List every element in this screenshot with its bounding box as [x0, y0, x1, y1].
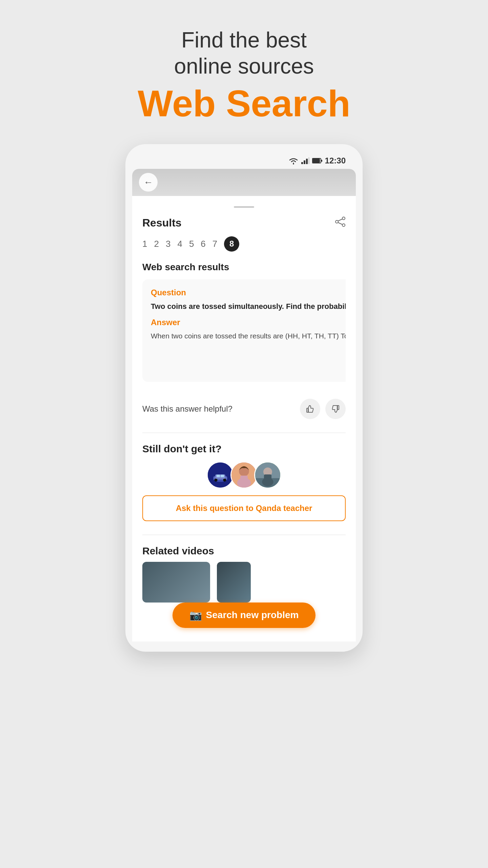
svg-rect-13 — [337, 406, 339, 410]
svg-rect-0 — [301, 162, 303, 164]
app-header: ← — [132, 169, 356, 196]
phone-content: Results 1 2 3 4 5 6 7 8 Web search — [132, 196, 356, 642]
signal-icon — [301, 157, 309, 164]
headline-section: Find the best online sources Web Search — [138, 27, 350, 124]
back-button[interactable]: ← — [139, 173, 158, 192]
results-header: Results — [142, 216, 346, 230]
status-bar: 12:30 — [132, 154, 356, 169]
search-new-problem-button[interactable]: 📷 Search new problem — [172, 603, 316, 628]
ask-question-button[interactable]: Ask this question to Qanda teacher — [142, 495, 346, 521]
battery-icon — [312, 158, 322, 164]
svg-rect-12 — [307, 408, 308, 412]
video-thumb-2[interactable] — [217, 562, 251, 603]
card1-answer-text: When two coins are tossed the results ar… — [151, 331, 346, 341]
svg-rect-6 — [321, 160, 322, 162]
svg-rect-20 — [217, 475, 220, 477]
share-icon[interactable] — [335, 216, 346, 230]
related-videos-title: Related videos — [142, 545, 346, 557]
avatar-2 — [230, 461, 258, 489]
search-new-problem-bar: 📷 Search new problem — [142, 603, 346, 631]
svg-rect-2 — [306, 159, 308, 164]
helpful-section: Was this answer helpful? — [142, 392, 346, 426]
svg-rect-25 — [240, 476, 248, 483]
teacher-avatars — [142, 461, 346, 489]
camera-icon: 📷 — [189, 609, 202, 621]
divider-1 — [142, 433, 346, 433]
web-search-section-title: Web search results — [142, 262, 346, 273]
headline-title: Web Search — [138, 83, 350, 124]
tab-5[interactable]: 5 — [189, 239, 194, 249]
wifi-icon — [288, 157, 299, 164]
svg-point-8 — [336, 220, 338, 223]
search-new-problem-label: Search new problem — [206, 610, 299, 620]
still-title: Still don't get it? — [142, 443, 346, 455]
still-section: Still don't get it? — [142, 440, 346, 528]
helpful-text: Was this answer helpful? — [142, 404, 232, 414]
svg-rect-5 — [312, 159, 320, 163]
back-arrow-icon: ← — [144, 177, 153, 188]
svg-rect-30 — [264, 474, 271, 481]
related-section: Related videos — [142, 542, 346, 606]
card1-label: Question — [151, 288, 346, 297]
card1-question: Two coins are tossed simultaneously. Fin… — [151, 301, 346, 312]
status-icons: 12:30 — [288, 156, 346, 165]
video-thumb-1[interactable] — [142, 562, 210, 603]
cards-container: Question Two coins are tossed simultaneo… — [142, 279, 346, 382]
thumbup-button[interactable] — [300, 399, 320, 419]
svg-rect-1 — [304, 160, 305, 164]
helpful-buttons — [300, 399, 346, 419]
thumbdown-button[interactable] — [325, 399, 346, 419]
tab-2[interactable]: 2 — [154, 239, 159, 249]
tab-1[interactable]: 1 — [142, 239, 147, 249]
headline-subtitle: Find the best online sources — [138, 27, 350, 79]
results-title: Results — [142, 217, 182, 229]
tab-8[interactable]: 8 — [224, 236, 239, 252]
avatar-1 — [207, 461, 234, 489]
svg-line-10 — [338, 219, 342, 221]
svg-point-18 — [223, 478, 226, 481]
card1-answer-label: Answer — [151, 318, 346, 327]
divider-2 — [142, 535, 346, 535]
tab-6[interactable]: 6 — [201, 239, 205, 249]
svg-point-7 — [342, 217, 345, 220]
svg-rect-21 — [221, 475, 224, 477]
tab-7[interactable]: 7 — [212, 239, 217, 249]
video-thumbnails — [142, 562, 346, 603]
svg-point-17 — [214, 478, 217, 481]
result-card-1: Question Two coins are tossed simultaneo… — [142, 279, 346, 382]
avatar-3 — [254, 461, 281, 489]
svg-line-11 — [338, 222, 342, 224]
page-tabs: 1 2 3 4 5 6 7 8 — [142, 236, 346, 252]
tab-4[interactable]: 4 — [177, 239, 182, 249]
status-time: 12:30 — [325, 156, 346, 165]
phone-mockup: 12:30 ← Results 1 — [125, 144, 363, 652]
tab-3[interactable]: 3 — [166, 239, 170, 249]
drag-indicator — [234, 206, 254, 208]
svg-rect-3 — [308, 157, 309, 164]
svg-point-9 — [342, 224, 345, 226]
